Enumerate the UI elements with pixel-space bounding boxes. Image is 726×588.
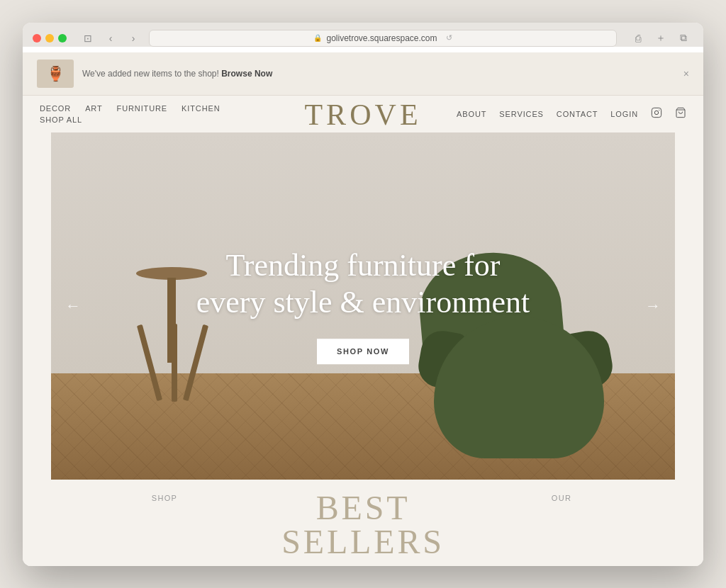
site-title[interactable]: TROVE <box>304 98 421 131</box>
svg-point-1 <box>654 111 658 114</box>
hero-heading-line1: Trending furniture for <box>226 248 501 283</box>
svg-rect-0 <box>652 108 661 117</box>
cart-icon[interactable] <box>675 107 686 121</box>
reload-icon[interactable]: ↺ <box>446 33 452 43</box>
nav-row-1: DECOR ART FURNITURE KITCHEN <box>40 104 220 113</box>
stool-leg-2 <box>172 324 177 402</box>
announcement-cta-text[interactable]: Browse Now <box>221 69 272 79</box>
minimize-button[interactable] <box>45 34 54 43</box>
sidebar-toggle-button[interactable]: ⊡ <box>78 30 98 46</box>
forward-button[interactable]: › <box>123 30 143 46</box>
announcement-left: 🏺 We've added new items to the shop! Bro… <box>37 60 272 88</box>
announcement-close-button[interactable]: × <box>683 68 689 79</box>
nav-decor[interactable]: DECOR <box>40 104 71 113</box>
duplicate-button[interactable]: ⧉ <box>674 30 693 46</box>
stool-leg-1 <box>137 324 162 400</box>
back-button[interactable]: ‹ <box>101 30 121 46</box>
our-label: OUR <box>552 494 571 502</box>
traffic-lights <box>33 34 67 43</box>
announcement-message: We've added new items to the shop! <box>82 69 219 79</box>
nav-contact[interactable]: CONTACT <box>557 110 598 118</box>
hero-section: Trending furniture for every style & env… <box>51 132 675 480</box>
nav-right: ABOUT SERVICES CONTACT LOGIN <box>457 107 686 121</box>
nav-art[interactable]: ART <box>85 104 102 113</box>
nav-services[interactable]: SERVICES <box>499 110 543 118</box>
announcement-thumbnail: 🏺 <box>37 60 74 88</box>
announcement-text: We've added new items to the shop! Brows… <box>82 69 272 79</box>
nav-left: DECOR ART FURNITURE KITCHEN SHOP ALL <box>40 104 220 124</box>
hero-text-block: Trending furniture for every style & env… <box>186 247 540 365</box>
browser-controls: ⊡ ‹ › 🔒 golivetrove.squarespace.com ↺ ⎙ … <box>33 30 693 47</box>
best-sellers-heading: BEST SELLERS <box>264 491 462 559</box>
close-button[interactable] <box>33 34 41 43</box>
maximize-button[interactable] <box>58 34 67 43</box>
nav-login[interactable]: LOGIN <box>610 110 638 118</box>
nav-furniture[interactable]: FURNITURE <box>117 104 167 113</box>
nav-kitchen[interactable]: KITCHEN <box>182 104 220 113</box>
shop-label: SHOP <box>152 494 177 502</box>
browser-window: ⊡ ‹ › 🔒 golivetrove.squarespace.com ↺ ⎙ … <box>23 23 703 566</box>
hero-heading: Trending furniture for every style & env… <box>186 247 540 322</box>
below-col-1: SHOP <box>65 491 264 559</box>
nav-center-logo: TROVE <box>304 100 421 130</box>
main-nav: DECOR ART FURNITURE KITCHEN SHOP ALL TRO… <box>23 96 703 132</box>
hero-heading-line2: every style & environment <box>196 285 530 320</box>
browser-nav-buttons: ⊡ ‹ › <box>78 30 143 46</box>
browser-actions: ⎙ ＋ ⧉ <box>628 30 693 46</box>
announcement-bar: 🏺 We've added new items to the shop! Bro… <box>23 52 703 96</box>
below-hero-section: SHOP BEST SELLERS OUR <box>23 480 703 566</box>
nav-row-2: SHOP ALL <box>40 115 220 124</box>
sellers-label: SELLERS <box>264 525 462 559</box>
lock-icon: 🔒 <box>313 34 322 42</box>
hero-prev-button[interactable]: ← <box>58 290 88 322</box>
nav-about[interactable]: ABOUT <box>457 110 486 118</box>
nav-shop-all[interactable]: SHOP ALL <box>40 115 82 124</box>
address-bar[interactable]: 🔒 golivetrove.squarespace.com ↺ <box>149 30 617 47</box>
best-label: BEST <box>264 491 462 525</box>
hero-wrapper: Trending furniture for every style & env… <box>23 132 703 480</box>
hero-next-button[interactable]: → <box>638 290 668 322</box>
website: 🏺 We've added new items to the shop! Bro… <box>23 52 703 566</box>
share-button[interactable]: ⎙ <box>628 30 648 46</box>
url-text: golivetrove.squarespace.com <box>326 33 437 43</box>
instagram-icon[interactable] <box>651 107 662 121</box>
browser-chrome: ⊡ ‹ › 🔒 golivetrove.squarespace.com ↺ ⎙ … <box>23 23 703 47</box>
below-col-2: BEST SELLERS <box>264 491 462 559</box>
new-tab-button[interactable]: ＋ <box>651 30 671 46</box>
hero-cta-button[interactable]: SHOP NOW <box>317 339 409 364</box>
below-col-3: OUR <box>462 491 661 559</box>
svg-point-2 <box>659 109 659 110</box>
